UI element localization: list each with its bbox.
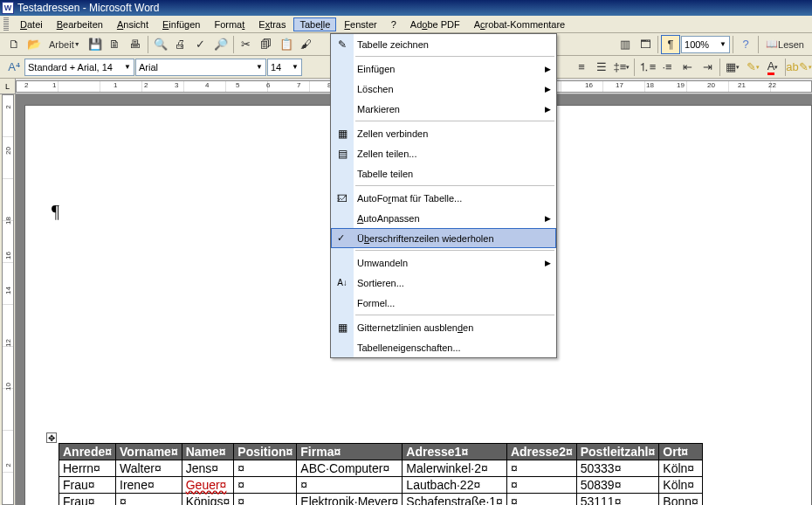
menu-bar: Datei Bearbeiten Ansicht Einfügen Format…	[0, 16, 812, 33]
separator	[148, 36, 148, 53]
table-move-handle[interactable]: ✥	[46, 432, 57, 443]
autoformat-icon: 🗠	[334, 192, 350, 204]
menu-format[interactable]: Format	[208, 17, 251, 31]
menu-sortieren[interactable]: A↓Sortieren...	[331, 273, 556, 293]
col-anrede[interactable]: Anrede¤	[59, 444, 116, 460]
bullet-list-icon[interactable]: ∙≡	[657, 58, 677, 77]
separator	[657, 36, 658, 53]
menu-extras[interactable]: Extras	[252, 17, 292, 31]
menu-formel[interactable]: Formel...	[331, 293, 556, 313]
align-right-icon[interactable]: ≡	[572, 58, 591, 77]
menu-loeschen-sub[interactable]: Löschen▶	[331, 79, 556, 99]
style-combo[interactable]: Standard + Arial, 14▼	[24, 59, 134, 76]
grid-icon: ▦	[334, 322, 350, 334]
pencil-icon: ✎	[334, 38, 350, 51]
copy-icon[interactable]: 🗐	[257, 35, 276, 54]
menu-zellen-verbinden[interactable]: ▦Zellen verbinden	[331, 123, 556, 143]
help-icon[interactable]: ?	[736, 35, 755, 54]
new-doc-icon[interactable]: 🗋	[4, 35, 24, 54]
indent-icon[interactable]: ⇥	[698, 58, 717, 77]
checkmark-icon: ✓	[337, 232, 345, 244]
menu-adobe-pdf[interactable]: Adobe PDF	[404, 17, 466, 31]
menu-umwandeln-sub[interactable]: Umwandeln▶	[331, 252, 556, 273]
menu-acrobat-kommentare[interactable]: Acrobat-Kommentare	[468, 17, 572, 31]
menu-tabelle-zeichnen[interactable]: ✎Tabelle zeichnen	[331, 34, 556, 54]
menu-autoformat[interactable]: 🗠AutoFormat für Tabelle...	[331, 188, 556, 208]
table-row[interactable]: Frau¤ ¤ Königs¤ ¤ Elektronik·Meyer¤ Scha…	[59, 494, 703, 506]
numbered-list-icon[interactable]: ⒈≡	[637, 58, 657, 77]
styles-pane-icon[interactable]: A⁴	[4, 58, 24, 77]
menu-ueberschriftenzeilen[interactable]: ✓Überschriftenzeilen wiederholen	[331, 228, 556, 248]
table-row[interactable]: Frau¤ Irene¤ Geuer¤ ¤ ¤ Lautbach·22¤ ¤ 5…	[59, 477, 703, 494]
menu-ansicht[interactable]: Ansicht	[111, 17, 155, 31]
print-preview-icon[interactable]: 🔍	[151, 35, 170, 54]
arbeit-button[interactable]: Arbeit ▼	[45, 35, 85, 54]
menu-separator	[355, 56, 554, 57]
format-painter-icon[interactable]: 🖌	[297, 35, 316, 54]
col-position[interactable]: Position¤	[234, 444, 297, 460]
menu-gitternetz[interactable]: ▦Gitternetzlinien ausblenden	[331, 317, 556, 337]
borders-icon[interactable]: ▦▾	[723, 58, 742, 77]
columns-icon[interactable]: ▥	[616, 35, 635, 54]
col-ort[interactable]: Ort¤	[659, 444, 702, 460]
show-marks-icon[interactable]: ¶	[661, 35, 680, 54]
menu-zellen-teilen[interactable]: ▤Zellen teilen...	[331, 143, 556, 163]
outdent-icon[interactable]: ⇤	[678, 58, 697, 77]
open-icon[interactable]: 📂	[24, 35, 44, 54]
col-firma[interactable]: Firma¤	[297, 444, 403, 460]
menu-einfuegen[interactable]: Einfügen	[156, 17, 206, 31]
toolbar-grip[interactable]	[3, 17, 9, 31]
save-icon[interactable]: 💾	[86, 35, 105, 54]
menu-tabelle-teilen[interactable]: Tabelle teilen	[331, 163, 556, 183]
menu-separator	[355, 185, 554, 186]
menu-bearbeiten[interactable]: Bearbeiten	[51, 17, 109, 31]
title-bar: W Testadressen - Microsoft Word	[0, 0, 812, 16]
submenu-arrow-icon: ▶	[545, 85, 551, 93]
savecopy-icon[interactable]: 🗎	[106, 35, 125, 54]
submenu-arrow-icon: ▶	[545, 65, 551, 73]
menu-separator	[355, 250, 554, 251]
toolbar-icon[interactable]: 🗔	[636, 35, 655, 54]
table-row[interactable]: Herrn¤ Walter¤ Jens¤ ¤ ABC·Computer¤ Mal…	[59, 460, 703, 477]
menu-fenster[interactable]: Fenster	[338, 17, 382, 31]
font-combo[interactable]: Arial▼	[135, 59, 266, 76]
submenu-arrow-icon: ▶	[545, 105, 551, 114]
submenu-arrow-icon: ▶	[545, 259, 551, 267]
merge-cells-icon: ▦	[334, 128, 350, 140]
highlight2-icon[interactable]: ab✎▾	[789, 58, 809, 77]
highlight-icon[interactable]: ✎▾	[743, 58, 762, 77]
col-adresse1[interactable]: Adresse1¤	[403, 444, 507, 460]
col-name[interactable]: Name¤	[182, 444, 234, 460]
font-color-icon[interactable]: A▾	[763, 58, 782, 77]
menu-markieren-sub[interactable]: Markieren▶	[331, 99, 556, 119]
ruler-corner: L	[0, 79, 16, 94]
paste-icon[interactable]: 📋	[277, 35, 296, 54]
printer-icon[interactable]: 🖨	[171, 35, 190, 54]
col-adresse2[interactable]: Adresse2¤	[506, 444, 576, 460]
pilcrow-mark: ¶	[52, 202, 59, 222]
menu-datei[interactable]: Datei	[14, 17, 49, 31]
menu-autoanpassen-sub[interactable]: AutoAnpassen▶	[331, 208, 556, 228]
menu-tabelle[interactable]: Tabelle	[293, 17, 336, 31]
split-cells-icon: ▤	[334, 148, 350, 160]
col-plz[interactable]: Postleitzahl¤	[576, 444, 659, 460]
print-icon[interactable]: 🖶	[126, 35, 145, 54]
align-justify-icon[interactable]: ☰	[592, 58, 611, 77]
col-vorname[interactable]: Vorname¤	[116, 444, 182, 460]
zoom-combo[interactable]: 100%▼	[681, 36, 730, 53]
separator	[758, 36, 759, 53]
separator	[719, 59, 720, 76]
vertical-ruler[interactable]: 2 20 18 16 14 12 10 2	[0, 94, 16, 505]
line-spacing-icon[interactable]: ‡≡▾	[612, 58, 631, 77]
spellcheck-icon[interactable]: ✓	[191, 35, 210, 54]
lesen-button[interactable]: 📖 Lesen	[761, 35, 809, 54]
tabelle-dropdown: ✎Tabelle zeichnen Einfügen▶ Löschen▶ Mar…	[330, 33, 557, 358]
data-table[interactable]: Anrede¤ Vorname¤ Name¤ Position¤ Firma¤ …	[58, 443, 703, 505]
menu-help[interactable]: ?	[385, 17, 403, 31]
cut-icon[interactable]: ✂	[237, 35, 256, 54]
research-icon[interactable]: 🔎	[211, 35, 231, 54]
word-app-icon: W	[2, 2, 14, 14]
fontsize-combo[interactable]: 14▼	[267, 59, 302, 76]
menu-eigenschaften[interactable]: Tabelleneigenschaften...	[331, 337, 556, 357]
menu-einfuegen-sub[interactable]: Einfügen▶	[331, 59, 556, 79]
